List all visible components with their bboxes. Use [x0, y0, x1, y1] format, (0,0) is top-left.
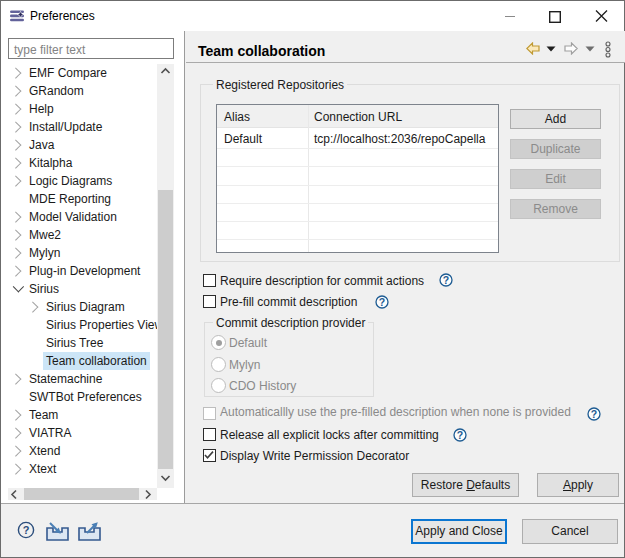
svg-text:?: ?	[379, 296, 385, 308]
svg-text:?: ?	[591, 408, 597, 420]
svg-text:?: ?	[443, 274, 449, 286]
svg-text:?: ?	[457, 429, 463, 441]
svg-text:?: ?	[23, 524, 30, 536]
